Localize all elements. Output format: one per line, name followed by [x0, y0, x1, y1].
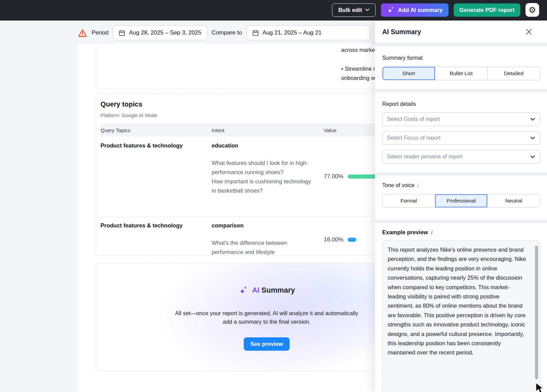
see-preview-button[interactable]: See preview: [244, 337, 289, 351]
chevron-down-icon: [530, 137, 535, 140]
format-option-detailed[interactable]: Detailed: [488, 67, 540, 80]
info-icon: i: [430, 229, 432, 236]
clipped-text-line: onboarding wi: [341, 73, 378, 83]
mouse-cursor: [535, 382, 547, 392]
bulk-edit-label: Bulk edit: [338, 7, 362, 13]
chevron-down-icon: [530, 155, 535, 158]
column-header-query-topics: Query Topics: [100, 127, 212, 133]
period-date-range: Aug 28, 2025 – Sep 3, 2025: [129, 29, 201, 36]
row-question: What features should I look for in high-…: [212, 158, 315, 177]
row-topic: Product features & technology: [100, 222, 212, 256]
tone-segmented-control: Formal Professional Neutral: [382, 194, 540, 208]
generate-pdf-report-button[interactable]: Generate PDF report: [454, 3, 520, 17]
warning-icon: [78, 29, 87, 37]
example-preview-label: Example previewi: [382, 229, 540, 236]
tone-option-professional[interactable]: Professional: [435, 194, 488, 207]
period-label: Period: [92, 29, 108, 36]
section-divider: [375, 220, 547, 223]
row-topic: Product features & technology: [100, 142, 212, 211]
format-option-short[interactable]: Short: [383, 67, 435, 80]
chevron-down-icon: [530, 118, 535, 121]
info-icon: i: [417, 182, 418, 188]
row-intent: comparison: [212, 222, 324, 229]
panel-title: AI Summary: [382, 28, 421, 36]
row-question: How important is cushioning technology i…: [212, 177, 315, 195]
ai-summary-panel: AI Summary Summary format Short Bullet L…: [375, 20, 547, 392]
example-preview-text: This report analyzes Nike's online prese…: [388, 245, 526, 358]
generate-pdf-label: Generate PDF report: [459, 7, 515, 13]
top-action-bar: Bulk edit Add AI summary Generate PDF re…: [0, 0, 547, 20]
clipped-text-line: across market: [341, 45, 378, 55]
compare-to-label: Compare to: [212, 29, 242, 36]
close-icon[interactable]: [524, 27, 534, 37]
row-value: 77.00%: [324, 173, 344, 180]
value-bar: [348, 238, 357, 242]
clipped-text-line: • Streamline m: [341, 64, 378, 73]
section-divider: [375, 89, 547, 92]
tone-option-neutral[interactable]: Neutral: [488, 194, 540, 207]
bulk-edit-button[interactable]: Bulk edit: [332, 3, 376, 17]
goals-select-placeholder: Select Goals of report: [387, 116, 440, 122]
summary-format-label: Summary format: [382, 55, 540, 61]
section-divider: [375, 172, 547, 176]
calendar-icon: [119, 30, 125, 36]
ai-sparkles-icon: [238, 285, 249, 295]
settings-button[interactable]: ⚙: [525, 3, 539, 17]
reader-persona-select[interactable]: Select reader persona of report: [382, 150, 540, 164]
focus-select[interactable]: Select Focus of report: [382, 131, 540, 145]
report-details-label: Report details: [382, 101, 540, 107]
period-toolbar: Period Aug 28, 2025 – Sep 3, 2025 Compar…: [78, 25, 370, 40]
compare-date-range-picker[interactable]: Aug 21, 2025 – Aug 21: [246, 25, 370, 40]
column-header-intent: Intent: [212, 127, 324, 133]
gear-icon: ⚙: [529, 6, 536, 14]
ai-summary-card-description: All set—once your report is generated, A…: [171, 309, 362, 326]
add-ai-summary-label: Add AI summary: [398, 7, 443, 13]
tone-of-voice-label: Tone of voicei: [382, 182, 540, 188]
row-question: What's the difference between performanc…: [212, 238, 315, 256]
period-date-range-picker[interactable]: Aug 28, 2025 – Sep 3, 2025: [113, 25, 207, 40]
add-ai-summary-button[interactable]: Add AI summary: [381, 3, 449, 17]
summary-format-segmented-control: Short Bullet List Detailed: [382, 67, 540, 80]
goals-select[interactable]: Select Goals of report: [382, 112, 540, 126]
section-divider: [375, 43, 547, 46]
sparkles-icon: [387, 6, 395, 14]
focus-select-placeholder: Select Focus of report: [387, 135, 441, 141]
calendar-icon: [252, 30, 259, 36]
chevron-down-icon: [365, 9, 370, 11]
tone-option-formal[interactable]: Formal: [383, 194, 435, 207]
compare-date-range: Aug 21, 2025 – Aug 21: [263, 29, 322, 36]
row-value: 16.00%: [324, 236, 344, 243]
preview-scrollbar[interactable]: [535, 246, 538, 379]
example-preview-box: This report analyzes Nike's online prese…: [382, 240, 540, 392]
format-option-bullet-list[interactable]: Bullet List: [435, 67, 488, 80]
row-intent: education: [212, 142, 324, 149]
persona-select-placeholder: Select reader persona of report: [387, 154, 463, 160]
ai-summary-card-title: AI Summary: [252, 286, 295, 295]
